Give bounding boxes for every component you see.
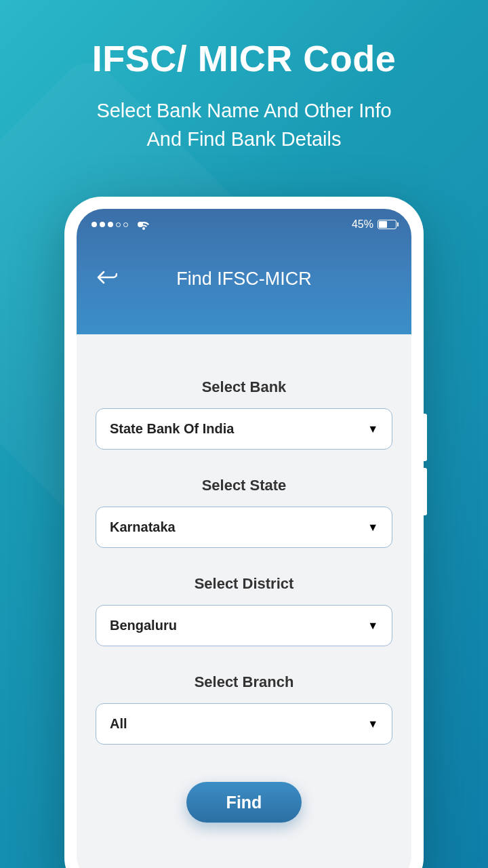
- find-button[interactable]: Find: [186, 782, 302, 823]
- chevron-down-icon: ▼: [367, 620, 378, 632]
- app-header-gradient: 45% Find IFSC-MICR: [77, 209, 411, 334]
- state-value: Karnataka: [110, 519, 176, 535]
- state-group: Select State Karnataka ▼: [96, 477, 392, 548]
- bank-select[interactable]: State Bank Of India ▼: [96, 408, 392, 450]
- phone-screen: 45% Find IFSC-MICR Select Bank State Ban…: [77, 209, 411, 868]
- branch-group: Select Branch All ▼: [96, 673, 392, 745]
- appbar-title: Find IFSC-MICR: [97, 269, 391, 290]
- chevron-down-icon: ▼: [367, 718, 378, 730]
- phone-frame: 45% Find IFSC-MICR Select Bank State Ban…: [64, 197, 424, 868]
- appbar: Find IFSC-MICR: [77, 231, 411, 290]
- bank-value: State Bank Of India: [110, 421, 234, 437]
- branch-label: Select Branch: [96, 673, 392, 691]
- phone-side-button: [424, 414, 427, 461]
- district-select[interactable]: Bengaluru ▼: [96, 605, 392, 646]
- form: Select Bank State Bank Of India ▼ Select…: [77, 334, 411, 823]
- branch-select[interactable]: All ▼: [96, 703, 392, 745]
- district-value: Bengaluru: [110, 618, 177, 633]
- phone-side-button: [424, 468, 427, 515]
- battery-status: 45%: [352, 218, 396, 231]
- district-group: Select District Bengaluru ▼: [96, 575, 392, 646]
- signal-dots-icon: [92, 222, 143, 227]
- battery-percent: 45%: [352, 218, 373, 231]
- branch-value: All: [110, 716, 127, 732]
- bank-label: Select Bank: [96, 378, 392, 396]
- district-label: Select District: [96, 575, 392, 593]
- statusbar: 45%: [77, 209, 411, 231]
- chevron-down-icon: ▼: [367, 521, 378, 534]
- battery-icon: [378, 220, 396, 229]
- bank-group: Select Bank State Bank Of India ▼: [96, 378, 392, 450]
- state-label: Select State: [96, 477, 392, 494]
- wifi-icon: [138, 222, 143, 227]
- state-select[interactable]: Karnataka ▼: [96, 507, 392, 548]
- chevron-down-icon: ▼: [367, 423, 378, 435]
